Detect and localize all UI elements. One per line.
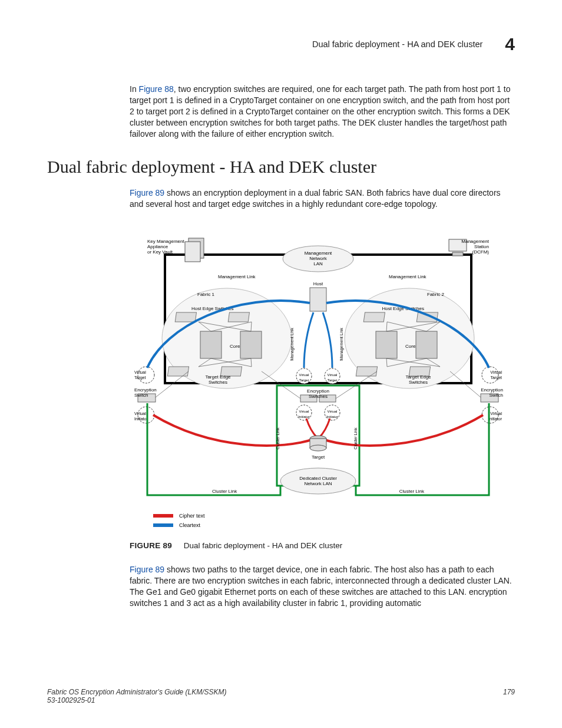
vtarget-left: VirtualTarget bbox=[134, 370, 146, 380]
paragraph-intro: In Figure 88, two encryption switches ar… bbox=[130, 84, 515, 139]
target-edge-right-label: Target EdgeSwitches bbox=[405, 374, 431, 385]
p3-rest: shows two paths to the target device, on… bbox=[130, 565, 512, 608]
cluster-link-vert-left: Cluster Link bbox=[276, 427, 280, 449]
p1-prefix: In bbox=[130, 84, 139, 94]
fabric1-label: Fabric 1 bbox=[197, 292, 214, 297]
core-icon bbox=[240, 331, 262, 358]
mgmt-link-right: Management Link bbox=[389, 274, 427, 279]
mgmt-link-vert-left: Management Link bbox=[290, 328, 295, 361]
svg-rect-4 bbox=[185, 242, 200, 262]
legend: Cipher text Cleartext bbox=[153, 513, 205, 528]
svg-point-11 bbox=[482, 367, 498, 383]
paragraph-2: Figure 89 shows an encryption deployment… bbox=[130, 187, 515, 210]
figure-89-xref-a[interactable]: Figure 89 bbox=[130, 188, 164, 197]
svg-rect-7 bbox=[310, 288, 326, 311]
figure-89-xref-b[interactable]: Figure 89 bbox=[130, 565, 164, 574]
switch-icon bbox=[228, 312, 249, 322]
key-vault-label: Key ManagementApplianceor Key Vault bbox=[147, 239, 184, 255]
footer-page: 179 bbox=[503, 688, 515, 704]
mgmt-lan-cloud: ManagementNetworkLAN bbox=[283, 246, 353, 272]
ciphertext-path bbox=[306, 419, 317, 437]
footer-left: Fabric OS Encryption Administrator's Gui… bbox=[47, 688, 227, 704]
section-heading: Dual fabric deployment - HA and DEK clus… bbox=[47, 157, 515, 177]
key-vault-icon bbox=[185, 238, 204, 262]
cluster-link-path bbox=[147, 403, 280, 495]
target-icon bbox=[310, 436, 326, 451]
switch-icon bbox=[167, 367, 189, 376]
figure-88-xref[interactable]: Figure 88 bbox=[139, 84, 174, 94]
ciphertext-path bbox=[153, 415, 315, 446]
cleartext-path bbox=[323, 312, 332, 368]
svg-rect-41 bbox=[153, 514, 173, 518]
footer-book: Fabric OS Encryption Administrator's Gui… bbox=[47, 688, 227, 696]
p2-rest: shows an encryption deployment in a dual… bbox=[130, 188, 501, 209]
figure-caption-text: Dual fabric deployment - HA and DEK clus… bbox=[184, 541, 342, 550]
host-label: Host bbox=[313, 281, 323, 286]
vtarget-right: VirtualTarget bbox=[490, 370, 502, 380]
fabric2-label: Fabric 2 bbox=[427, 292, 444, 297]
ciphertext-path bbox=[321, 415, 483, 446]
svg-point-10 bbox=[138, 367, 154, 383]
cluster-link-left: Cluster Link bbox=[212, 489, 237, 494]
page: Dual fabric deployment - HA and DEK clus… bbox=[0, 0, 562, 728]
host-icon bbox=[310, 288, 326, 311]
svg-rect-6 bbox=[452, 252, 463, 256]
cluster-lan-label: Dedicated ClusterNetwork LAN bbox=[299, 476, 337, 486]
switch-icon bbox=[363, 312, 385, 322]
chapter-number: 4 bbox=[505, 34, 515, 54]
legend-cipher: Cipher text bbox=[179, 513, 205, 519]
switch-icon bbox=[356, 367, 377, 376]
target-edge-left-label: Target EdgeSwitches bbox=[205, 374, 231, 385]
svg-point-20 bbox=[310, 445, 326, 451]
footer-partno: 53-1002925-01 bbox=[47, 696, 227, 704]
figure-label: FIGURE 89 bbox=[130, 541, 172, 550]
core-icon bbox=[416, 331, 437, 358]
cluster-link-right: Cluster Link bbox=[399, 489, 425, 494]
p1-rest: , two encryption switches are required, … bbox=[130, 84, 510, 139]
enc-sw-mid-label: EncryptionSwitches bbox=[307, 388, 329, 399]
figure-caption: FIGURE 89 Dual fabric deployment - HA an… bbox=[130, 541, 515, 550]
core-left-label: Core bbox=[230, 344, 240, 349]
cleartext-path bbox=[304, 312, 313, 368]
cluster-link-vert-right: Cluster Link bbox=[353, 427, 358, 449]
page-footer: Fabric OS Encryption Administrator's Gui… bbox=[47, 688, 515, 704]
legend-clear: Cleartext bbox=[179, 522, 201, 528]
mgmt-link-vert-right: Management Link bbox=[339, 328, 344, 361]
header-title: Dual fabric deployment - HA and DEK clus… bbox=[312, 39, 482, 49]
core-icon bbox=[200, 331, 222, 358]
cluster-link-path bbox=[356, 403, 489, 495]
ciphertext-path bbox=[319, 419, 330, 437]
mgmt-link-left: Management Link bbox=[218, 274, 256, 279]
running-header: Dual fabric deployment - HA and DEK clus… bbox=[47, 34, 515, 54]
figure-89: ManagementNetworkLAN Key ManagementAppli… bbox=[130, 226, 515, 533]
core-right-label: Core bbox=[405, 344, 416, 349]
svg-rect-42 bbox=[153, 523, 173, 527]
switch-icon bbox=[175, 312, 196, 322]
paragraph-3: Figure 89 shows two paths to the target … bbox=[130, 564, 515, 609]
core-icon bbox=[376, 331, 397, 358]
diagram-svg: ManagementNetworkLAN Key ManagementAppli… bbox=[130, 226, 507, 533]
target-label: Target bbox=[312, 454, 325, 460]
